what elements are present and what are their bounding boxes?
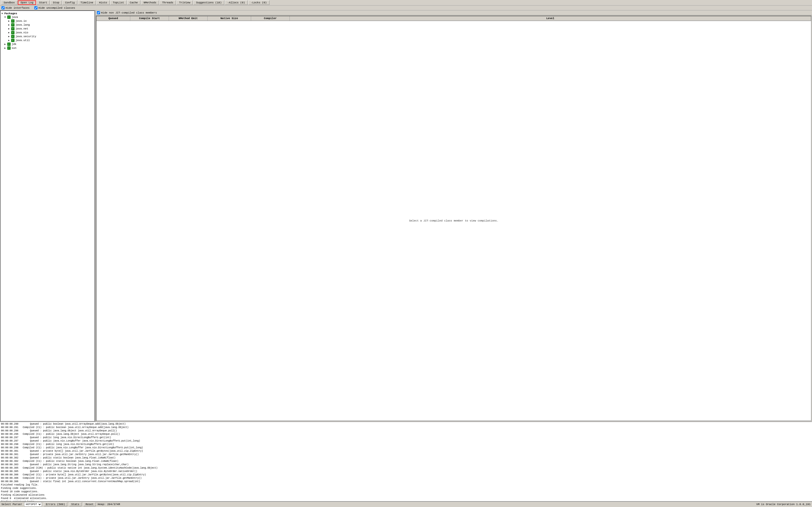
tree-arrow-jdk: ▶ [4, 43, 7, 46]
hide-interfaces-label: Hide interfaces [6, 6, 30, 9]
hide-non-jit-option[interactable]: Hide non JIT-compiled class members [97, 11, 811, 14]
log-line: Finding eliminated allocations [1, 494, 811, 497]
check-icon-java-util: ✓ [11, 39, 14, 42]
heap-info: Heap: 204/374M [98, 503, 120, 506]
tree-arrow-java: ▼ [4, 16, 7, 18]
th-compile-start: Compile Start [130, 16, 169, 20]
config-button[interactable]: Config [62, 0, 77, 5]
hide-uncompiled-checkbox[interactable] [34, 6, 38, 9]
packages-label: Packages [4, 12, 17, 15]
log-line: 00:00:00.301 Queued : private byte[] jav… [1, 450, 811, 453]
nmethods-button[interactable]: NMethods [141, 0, 159, 5]
th-nmethod-emit: NMethod Emit [169, 16, 208, 20]
options-bar: Hide interfaces Hide uncompiled classes [0, 6, 812, 10]
tree-item-java-lang[interactable]: ▶✓java.lang [0, 23, 94, 27]
allocs-button[interactable]: -Allocs (0) [225, 0, 248, 5]
log-line: 00:00:00.298 Compiled (C1) : public java… [1, 446, 811, 450]
toplist-button[interactable]: TopList [110, 0, 127, 5]
th-compiler: Compiler [251, 16, 290, 20]
log-line: 00:00:00.297 Queued : public java.nio.Lo… [1, 439, 811, 443]
tree-arrow-java-security: ▶ [8, 35, 11, 38]
table-body: Select a JIT-compiled class member to vi… [96, 21, 811, 420]
status-bar: Select Parser HOTSPOT Errors (509) Stats… [0, 501, 812, 507]
log-line: 00:00:00.298 Compiled (C1) : public long… [1, 443, 811, 446]
tree-arrow-java-lang: ▶ [8, 23, 11, 26]
open-log-button[interactable]: Open Log [18, 0, 36, 5]
hide-non-jit-checkbox[interactable] [97, 11, 100, 14]
package-tree[interactable]: ▼ Packages ▼✓java▶✓java.io▶✓java.lang▶✓j… [0, 10, 95, 421]
parser-select[interactable]: HOTSPOT [24, 502, 42, 507]
tree-item-java-net[interactable]: ▶✓java.net [0, 27, 94, 31]
check-icon-java-net: ✓ [11, 27, 14, 31]
log-line: 00:00:00.291 Compiled (C1) : public bool… [1, 426, 811, 429]
sandbox-button[interactable]: Sandbox [1, 0, 17, 5]
log-line: 00:00:00.306 Compiled (C1) : private byt… [1, 473, 811, 476]
tree-item-jdk[interactable]: ▶✓jdk [0, 42, 94, 46]
hide-interfaces-checkbox[interactable] [1, 6, 5, 9]
locks-button[interactable]: -Locks (0) [248, 0, 269, 5]
threads-button[interactable]: Threads [160, 0, 176, 5]
th-native-size: Native Size [208, 16, 251, 20]
triview-button[interactable]: TriView [176, 0, 193, 5]
check-icon-java-io: ✓ [11, 19, 14, 23]
check-icon-java-lang: ✓ [11, 23, 14, 26]
check-icon-sun: ✓ [7, 46, 11, 50]
tree-arrow-java-nio: ▶ [8, 31, 11, 34]
hide-uncompiled-option[interactable]: Hide uncompiled classes [34, 6, 75, 9]
packages-root[interactable]: ▼ Packages [0, 12, 94, 15]
select-parser-label: Select Parser [1, 503, 22, 506]
log-line: 00:00:00.306 Compiled (C1) : private jav… [1, 476, 811, 480]
log-line: 00:00:00.301 Queued : private java.util.… [1, 453, 811, 456]
hide-uncompiled-label: Hide uncompiled classes [39, 6, 75, 9]
stop-button[interactable]: Stop [50, 0, 62, 5]
suggestions-button[interactable]: Suggestions (18) [193, 0, 224, 5]
log-line: 00:00:00.303 Queued : public java.lang.S… [1, 463, 811, 466]
tree-label-java-lang: java.lang [15, 23, 30, 26]
right-panel: Hide non JIT-compiled class members Queu… [96, 10, 812, 421]
hide-interfaces-option[interactable]: Hide interfaces [1, 6, 30, 9]
histo-button[interactable]: Histo [96, 0, 110, 5]
tree-arrow-java-io: ▶ [8, 19, 11, 22]
log-line: 00:00:00.296 Queued : public java.lang.O… [1, 429, 811, 433]
log-line: 00:00:00.296 Compiled (C1) : public java… [1, 433, 811, 436]
tree-item-java-util[interactable]: ▶✓java.util [0, 39, 94, 42]
toolbar: SandboxOpen LogStartStopConfigTimelineHi… [0, 0, 812, 6]
timeline-button[interactable]: Timeline [78, 0, 96, 5]
tree-item-java-io[interactable]: ▶✓java.io [0, 19, 94, 23]
log-line: Finished reading log file. [1, 483, 811, 487]
tree-item-java-security[interactable]: ▶✓java.security [0, 35, 94, 39]
compilations-area: QueuedCompile StartNMethod EmitNative Si… [96, 16, 812, 421]
check-icon-jdk: ✓ [7, 43, 11, 46]
th-queued: Queued [96, 16, 130, 20]
tree-arrow-sun: ▶ [4, 47, 7, 50]
empty-message: Select a JIT-compiled class member to vi… [409, 219, 498, 222]
left-panel: ▼ Packages ▼✓java▶✓java.io▶✓java.lang▶✓j… [0, 10, 96, 421]
right-options: Hide non JIT-compiled class members [96, 10, 812, 15]
check-icon-java-nio: ✓ [11, 31, 14, 34]
packages-arrow: ▼ [1, 12, 4, 15]
check-icon-java: ✓ [7, 15, 11, 19]
log-panel[interactable]: 00:00:00.290 Queued : public boolean jav… [0, 421, 812, 501]
tree-label-jdk: jdk [12, 43, 16, 46]
log-line: 00:00:00.302 Queued : public static bool… [1, 456, 811, 460]
tree-item-java[interactable]: ▼✓java [0, 15, 94, 19]
log-line: Finding code suggestions. [1, 487, 811, 490]
cache-button[interactable]: Cache [127, 0, 141, 5]
stats-button[interactable]: Stats [69, 502, 82, 506]
tree-item-sun[interactable]: ▶✓sun [0, 46, 94, 50]
th-level: Level [290, 16, 811, 20]
log-line: Found 0 eliminated allocations. [1, 497, 811, 500]
log-line: 00:00:00.306 Queued : static final int j… [1, 480, 811, 483]
log-line: Found 18 code suggestions. [1, 490, 811, 494]
log-line: 00:00:00.305 Compiled (C2N) : public sta… [1, 466, 811, 470]
tree-label-java-io: java.io [15, 19, 26, 22]
tree-arrow-java-net: ▶ [8, 27, 11, 30]
tree-item-java-nio[interactable]: ▶✓java.nio [0, 31, 94, 35]
tree-label-java-nio: java.nio [15, 31, 28, 34]
table-header: QueuedCompile StartNMethod EmitNative Si… [96, 16, 811, 21]
errors-button[interactable]: Errors (509) [44, 502, 67, 506]
tree-label-sun: sun [12, 47, 16, 50]
reset-button[interactable]: Reset [84, 502, 96, 506]
check-icon-java-security: ✓ [11, 35, 14, 38]
start-button[interactable]: Start [37, 0, 50, 5]
